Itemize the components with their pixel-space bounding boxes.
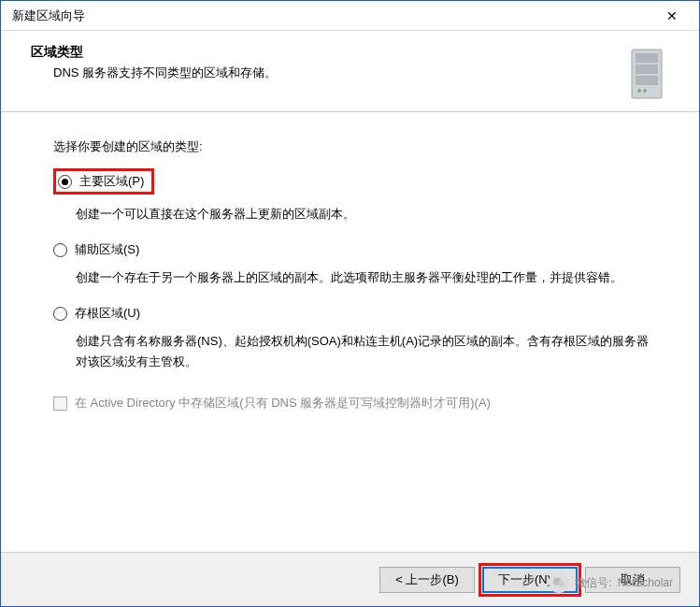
option-primary: 主要区域(P) 创建一个可以直接在这个服务器上更新的区域副本。	[53, 168, 654, 224]
prompt-label: 选择你要创建的区域的类型:	[53, 138, 654, 155]
svg-rect-1	[636, 53, 658, 63]
wizard-header: 区域类型 DNS 服务器支持不同类型的区域和存储。	[1, 31, 699, 112]
back-button[interactable]: < 上一步(B)	[379, 567, 475, 593]
server-icon	[617, 44, 677, 104]
radio-secondary[interactable]: 辅助区域(S)	[53, 239, 654, 260]
header-text: 区域类型 DNS 服务器支持不同类型的区域和存储。	[23, 44, 602, 104]
svg-point-5	[643, 89, 647, 93]
ad-checkbox-label: 在 Active Directory 中存储区域(只有 DNS 服务器是可写域控…	[75, 395, 491, 412]
radio-primary[interactable]: 主要区域(P)	[53, 168, 154, 195]
wizard-dialog: 新建区域向导 ✕ 区域类型 DNS 服务器支持不同类型的区域和存储。 选择你要创…	[0, 0, 700, 607]
option-primary-desc: 创建一个可以直接在这个服务器上更新的区域副本。	[53, 204, 654, 224]
radio-secondary-label: 辅助区域(S)	[75, 241, 139, 258]
option-secondary: 辅助区域(S) 创建一个存在于另一个服务器上的区域的副本。此选项帮助主服务器平衡…	[53, 239, 654, 288]
cancel-button[interactable]: 取消	[585, 567, 680, 593]
radio-icon	[53, 307, 67, 321]
option-secondary-desc: 创建一个存在于另一个服务器上的区域的副本。此选项帮助主服务器平衡处理的工作量，并…	[53, 267, 654, 288]
svg-rect-3	[636, 76, 658, 85]
radio-stub[interactable]: 存根区域(U)	[53, 303, 654, 324]
svg-rect-2	[636, 65, 658, 74]
ad-checkbox-row: 在 Active Directory 中存储区域(只有 DNS 服务器是可写域控…	[53, 395, 654, 412]
close-icon[interactable]: ✕	[652, 3, 692, 29]
header-title: 区域类型	[23, 44, 602, 61]
window-title: 新建区域向导	[12, 7, 85, 24]
radio-primary-label: 主要区域(P)	[79, 173, 144, 190]
titlebar: 新建区域向导 ✕	[1, 1, 699, 31]
option-stub: 存根区域(U) 创建只含有名称服务器(NS)、起始授权机构(SOA)和粘连主机(…	[53, 303, 654, 372]
content-area: 选择你要创建的区域的类型: 主要区域(P) 创建一个可以直接在这个服务器上更新的…	[1, 112, 699, 423]
option-stub-desc: 创建只含有名称服务器(NS)、起始授权机构(SOA)和粘连主机(A)记录的区域的…	[53, 331, 654, 372]
svg-point-4	[637, 89, 641, 93]
button-bar: < 上一步(B) 下一步(N) > 取消 微信号: NetScholar	[1, 552, 699, 606]
header-subtitle: DNS 服务器支持不同类型的区域和存储。	[23, 65, 602, 81]
radio-icon	[58, 175, 72, 189]
radio-icon	[53, 243, 67, 257]
next-button[interactable]: 下一步(N) >	[482, 567, 578, 593]
ad-checkbox	[53, 397, 67, 411]
radio-stub-label: 存根区域(U)	[75, 305, 140, 322]
